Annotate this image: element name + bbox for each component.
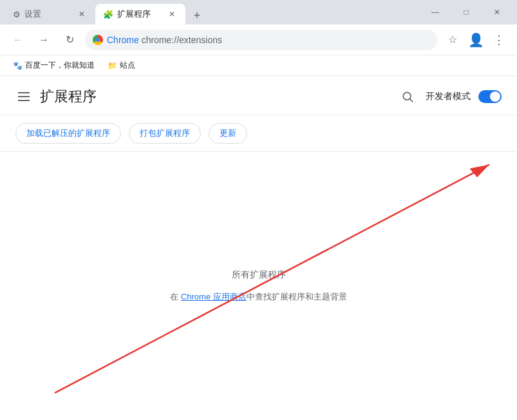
chrome-store-link[interactable]: Chrome 应用商店 — [181, 292, 247, 301]
tab-extensions[interactable]: 🧩 扩展程序 ✕ — [95, 4, 185, 24]
search-button[interactable] — [397, 86, 418, 107]
tab-settings-label: 设置 — [24, 8, 41, 20]
ext-toolbar: 加载已解压的扩展程序 打包扩展程序 更新 — [0, 115, 517, 152]
svg-point-0 — [403, 92, 411, 100]
paw-icon: 🐾 — [13, 61, 23, 70]
title-bar: ⚙ 设置 ✕ 🧩 扩展程序 ✕ + — □ ✕ — [0, 0, 517, 24]
gear-icon: ⚙ — [13, 10, 21, 19]
ext-header: 扩展程序 开发者模式 — [0, 76, 517, 115]
forward-button[interactable]: → — [33, 30, 54, 50]
folder-icon: 📁 — [108, 61, 117, 70]
page: 扩展程序 开发者模式 加载已解压的扩展程序 打包扩展程序 更新 所有扩展程序 在… — [0, 76, 517, 420]
bookmark-sites[interactable]: 📁 站点 — [102, 57, 140, 73]
ext-title-area: 扩展程序 — [15, 87, 97, 106]
dev-mode-area: 开发者模式 — [397, 86, 502, 107]
all-extensions-label: 所有扩展程序 — [232, 269, 286, 281]
refresh-button[interactable]: ↻ — [59, 30, 80, 50]
search-icon — [401, 90, 414, 103]
window-controls: — □ ✕ — [420, 2, 512, 23]
menu-button[interactable]: ⋮ — [489, 30, 509, 50]
store-link-text: 在 Chrome 应用商店中查找扩展程序和主题背景 — [170, 291, 346, 303]
new-tab-button[interactable]: + — [188, 6, 206, 24]
bookmark-button[interactable]: ☆ — [442, 30, 463, 50]
back-button[interactable]: ← — [8, 30, 28, 50]
update-button[interactable]: 更新 — [209, 123, 247, 144]
pack-extension-button[interactable]: 打包扩展程序 — [129, 123, 201, 144]
puzzle-icon: 🧩 — [103, 10, 113, 19]
bookmark-sites-label: 站点 — [120, 60, 135, 71]
bookmark-baidu[interactable]: 🐾 百度一下，你就知道 — [8, 57, 100, 73]
close-button[interactable]: ✕ — [482, 2, 512, 23]
tab-list: ⚙ 设置 ✕ 🧩 扩展程序 ✕ + — [5, 0, 415, 24]
maximize-button[interactable]: □ — [451, 2, 481, 23]
svg-line-1 — [410, 99, 413, 102]
nav-right: ☆ 👤 ⋮ — [442, 30, 509, 50]
bookmark-baidu-label: 百度一下，你就知道 — [25, 60, 95, 71]
nav-bar: ← → ↻ Chrome chrome://extensions ☆ 👤 ⋮ — [0, 24, 517, 55]
dev-mode-toggle[interactable] — [478, 90, 502, 103]
hamburger-line-3 — [18, 100, 30, 101]
store-link-suffix: 中查找扩展程序和主题背景 — [247, 292, 347, 301]
bookmarks-bar: 🐾 百度一下，你就知道 📁 站点 — [0, 55, 517, 76]
tab-extensions-close[interactable]: ✕ — [166, 8, 178, 20]
minimize-button[interactable]: — — [420, 2, 450, 23]
arrow-overlay — [0, 152, 517, 420]
address-url: chrome://extensions — [142, 35, 222, 45]
page-title: 扩展程序 — [40, 87, 97, 106]
load-unpacked-button[interactable]: 加载已解压的扩展程序 — [15, 123, 121, 144]
tab-extensions-label: 扩展程序 — [117, 8, 151, 20]
store-link-prefix: 在 — [170, 292, 181, 301]
site-icon — [93, 35, 103, 45]
tab-settings-close[interactable]: ✕ — [76, 8, 88, 20]
chrome-brand: Chrome — [107, 35, 139, 45]
ext-main: 所有扩展程序 在 Chrome 应用商店中查找扩展程序和主题背景 — [0, 152, 517, 420]
tab-settings[interactable]: ⚙ 设置 ✕ — [5, 4, 95, 24]
profile-button[interactable]: 👤 — [465, 30, 486, 50]
dev-mode-label: 开发者模式 — [426, 91, 471, 102]
address-text: Chrome chrome://extensions — [107, 35, 222, 45]
hamburger-line-1 — [18, 92, 30, 93]
hamburger-line-2 — [18, 96, 30, 97]
hamburger-menu[interactable] — [15, 90, 32, 104]
address-bar[interactable]: Chrome chrome://extensions — [85, 30, 437, 50]
